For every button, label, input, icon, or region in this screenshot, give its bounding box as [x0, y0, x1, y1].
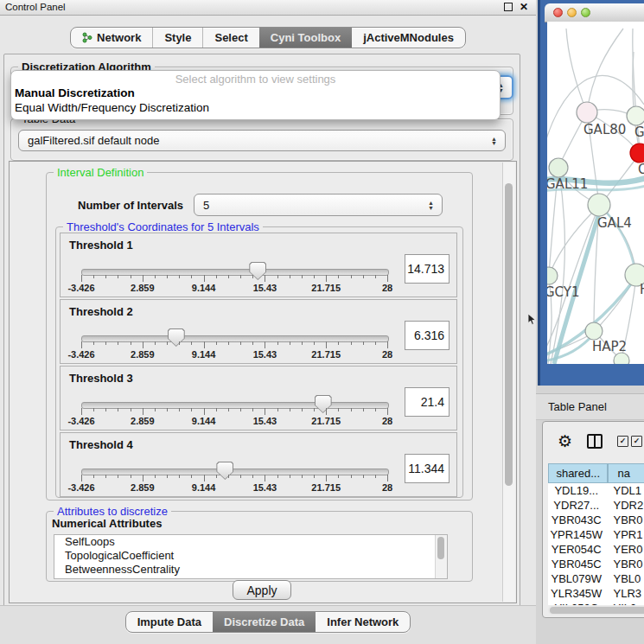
- table-cell[interactable]: YBR045C: [548, 557, 604, 571]
- slider-ticks: [81, 408, 387, 416]
- network-node-hap2[interactable]: [585, 322, 603, 340]
- table-row[interactable]: YDR27...YDR2: [548, 498, 644, 513]
- threshold-value-field[interactable]: 21.4: [405, 387, 450, 417]
- table-cell[interactable]: YIL052C: [548, 601, 604, 605]
- number-of-intervals-combobox[interactable]: 5 ▲▼: [194, 194, 443, 216]
- table-header-cell[interactable]: shared...: [548, 463, 608, 483]
- table-header-cell[interactable]: na: [608, 463, 644, 483]
- table-row[interactable]: YLR345WYLR3: [548, 586, 644, 601]
- number-of-intervals-value: 5: [203, 199, 209, 212]
- attribute-list-item[interactable]: SelfLoops: [54, 535, 447, 549]
- attribute-list-item[interactable]: TopologicalCoefficient: [54, 549, 447, 563]
- thresholds-group-title: Threshold's Coordinates for 5 Intervals: [63, 220, 263, 233]
- tab-jactivemnodules[interactable]: jActiveMNodules: [352, 28, 465, 48]
- checkbox-icon[interactable]: ✓: [617, 436, 628, 447]
- table-cell[interactable]: YBL0: [604, 571, 644, 586]
- threshold-4-panel: Threshold 4-3.4262.8599.14415.4321.71528…: [60, 432, 457, 497]
- attribute-list-item[interactable]: BetweennessCentrality: [54, 563, 447, 577]
- table-cell[interactable]: YLR3: [604, 586, 644, 601]
- network-node-label: C: [638, 162, 644, 177]
- traffic-light-minimize[interactable]: [567, 8, 577, 17]
- tick-label: 9.144: [192, 416, 216, 426]
- list-scrollbar[interactable]: [435, 535, 447, 578]
- table-row[interactable]: YER054CYER0: [548, 542, 644, 557]
- tick-label: 9.144: [192, 283, 216, 293]
- tab-label: Cyni Toolbox: [271, 31, 341, 44]
- table-row[interactable]: YPR145WYPR1: [548, 527, 644, 542]
- tick-label: 15.43: [253, 482, 277, 493]
- tab-impute-data[interactable]: Impute Data: [126, 612, 214, 632]
- table-row[interactable]: YBL079WYBL0: [548, 571, 644, 586]
- table-cell[interactable]: YDL19...: [548, 483, 604, 498]
- threshold-value-field[interactable]: 11.344: [405, 454, 450, 483]
- tab-select[interactable]: Select: [203, 28, 259, 48]
- interval-definition-group: Interval Definition Number of Intervals …: [46, 172, 473, 501]
- table-cell[interactable]: YDR2: [604, 498, 644, 513]
- tab-discretize-data[interactable]: Discretize Data: [213, 612, 316, 632]
- table-data-group: Table Data galFiltered.sif default node …: [10, 118, 513, 161]
- network-node-c[interactable]: [630, 143, 644, 163]
- table-panel-titlebar: Table Panel: [536, 393, 644, 420]
- network-canvas[interactable]: GAL80GCGAL11GAL4GCY1HHAP2: [547, 22, 644, 364]
- threshold-label: Threshold 3: [69, 372, 133, 385]
- tab-network[interactable]: Network: [71, 28, 153, 48]
- tick-label: 21.715: [311, 349, 341, 360]
- table-cell[interactable]: YBR043C: [548, 513, 604, 527]
- bottom-tab-bar: Impute DataDiscretize DataInfer Network: [0, 611, 536, 633]
- table-toolbar: ⚙ ✓ ✓: [543, 422, 644, 460]
- dropdown-option-equal-width[interactable]: Equal Width/Frequency Discretization: [11, 101, 500, 116]
- settings-gear-icon[interactable]: ⚙: [558, 433, 572, 450]
- network-node-label: H: [640, 282, 644, 297]
- apply-button[interactable]: Apply: [233, 580, 291, 600]
- traffic-light-zoom[interactable]: [581, 8, 590, 17]
- tick-label: 15.43: [253, 349, 277, 360]
- table-cell[interactable]: YPR1: [604, 527, 644, 542]
- panel-scrollbar[interactable]: [502, 163, 515, 602]
- table-cell[interactable]: YER0: [604, 542, 644, 557]
- table-hscrollbar[interactable]: [548, 606, 644, 615]
- tick-label: 21.715: [311, 283, 341, 293]
- table-cell[interactable]: YDR27...: [548, 498, 604, 513]
- float-window-icon[interactable]: [504, 3, 513, 11]
- control-panel-titlebar: Control Panel ✕: [0, 0, 536, 16]
- table-cell[interactable]: YLR345W: [548, 586, 604, 601]
- tab-label: Infer Network: [327, 615, 399, 628]
- network-node-gal11[interactable]: [549, 158, 568, 177]
- table-cell[interactable]: YIL0: [604, 601, 644, 605]
- mouse-cursor: [528, 314, 537, 326]
- table-cell[interactable]: YPR145W: [548, 527, 604, 542]
- table-cell[interactable]: YBR0: [604, 513, 644, 527]
- tick-label: 2.859: [131, 416, 155, 426]
- table-cell[interactable]: YBR0: [604, 557, 644, 571]
- numerical-attributes-label: Numerical Attributes: [52, 517, 162, 530]
- table-cell[interactable]: YER054C: [548, 542, 604, 557]
- threshold-value-field[interactable]: 6.316: [405, 321, 450, 350]
- dropdown-prompt: Select algorithm to view settings: [11, 73, 500, 86]
- network-node-gal80[interactable]: [577, 102, 597, 123]
- dropdown-option-manual[interactable]: Manual Discretization: [11, 86, 500, 101]
- table-data-combobox[interactable]: galFiltered.sif default node ▲▼: [18, 130, 506, 151]
- tab-style[interactable]: Style: [153, 28, 203, 48]
- tick-label: 28: [382, 349, 392, 360]
- split-columns-icon[interactable]: [587, 434, 603, 449]
- threshold-value-field[interactable]: 14.713: [405, 254, 450, 284]
- tab-cyni-toolbox[interactable]: Cyni Toolbox: [259, 28, 352, 48]
- table-cell[interactable]: YBL079W: [548, 571, 604, 586]
- close-icon[interactable]: ✕: [520, 3, 528, 11]
- attributes-group-title: Attributes to discretize: [54, 505, 171, 518]
- tab-infer-network[interactable]: Infer Network: [316, 612, 410, 632]
- table-row[interactable]: YDL19...YDL1: [548, 483, 644, 498]
- table-row[interactable]: YBR043CYBR0: [548, 513, 644, 527]
- table-cell[interactable]: YDL1: [604, 483, 644, 498]
- traffic-light-close[interactable]: [553, 8, 563, 17]
- panel-scrollbar-thumb[interactable]: [505, 183, 513, 486]
- table-row[interactable]: YIL052CYIL0: [548, 601, 644, 605]
- network-node-g[interactable]: [627, 106, 644, 125]
- network-node-gcy1[interactable]: [547, 267, 558, 284]
- tab-label: Network: [97, 31, 141, 44]
- tick-label: 28: [382, 416, 392, 426]
- slider-ticks: [81, 475, 387, 482]
- table-row[interactable]: YBR045CYBR0: [548, 557, 644, 571]
- network-node-gal4[interactable]: [588, 194, 610, 216]
- checkbox-icon[interactable]: ✓: [631, 436, 642, 447]
